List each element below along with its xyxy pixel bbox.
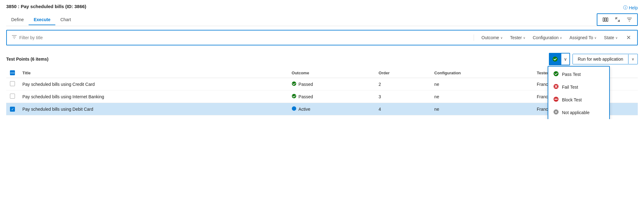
run-dropdown-button[interactable]: ∨ [628,54,637,64]
check-button-group: ∨ [549,53,570,65]
row-order: 3 [375,91,430,103]
svg-rect-1 [605,18,606,21]
row-title: Pay scheduled bills using Credit Card [19,78,288,91]
col-order: Order [375,68,430,78]
tabs: Define Execute Chart [6,15,76,25]
svg-point-10 [292,106,296,111]
filter-assigned-to[interactable]: Assigned To ∨ [567,34,599,41]
fail-icon [553,84,559,90]
col-title: Title [19,68,288,78]
filter-clear-button[interactable]: ✕ [625,33,632,42]
chevron-down-icon: ∨ [523,36,525,39]
row-configuration: ne [430,78,533,91]
row-configuration: ne [430,91,533,103]
page-title: 3850 : Pay scheduled bills (ID: 3866) [6,4,86,9]
table-row: Pay scheduled bills using Credit Card Pa… [6,78,638,91]
filter-outcome[interactable]: Outcome ∨ [479,34,505,41]
row-title: Pay scheduled bills using Internet Banki… [19,91,288,103]
tab-execute[interactable]: Execute [29,15,55,25]
toolbar-filter-button[interactable] [624,16,635,24]
pass-icon [292,94,297,100]
block-icon [553,96,559,103]
check-main-button[interactable] [550,53,561,65]
row-outcome: Passed [288,91,375,103]
toolbar-columns-button[interactable] [600,15,611,24]
row-order: 2 [375,78,430,91]
block-test-item[interactable]: Block Test [548,93,609,106]
section-title: Test Points (6 items) [6,57,48,62]
tab-chart[interactable]: Chart [55,15,76,25]
svg-rect-2 [607,18,608,21]
chevron-down-icon: ∨ [632,57,634,61]
table-row: Pay scheduled bills using Internet Banki… [6,91,638,103]
action-area: ∨ Run for web application ∨ [549,53,638,65]
active-icon [292,106,297,112]
toolbar-expand-button[interactable] [612,16,623,24]
chevron-down-icon: ∨ [615,36,618,39]
svg-rect-0 [603,18,604,21]
na-icon [553,109,559,116]
filter-configuration[interactable]: Configuration ∨ [530,34,564,41]
tab-define[interactable]: Define [6,15,29,25]
filter-bar: Outcome ∨ Tester ∨ Configuration ∨ Assig… [6,30,638,45]
pass-test-item[interactable]: Pass Test [548,68,609,81]
pass-icon [292,81,297,87]
table-row: ✓ Pay scheduled bills using Debit Card A… [6,103,638,115]
run-for-web-app-button[interactable]: Run for web application [573,54,628,64]
row-outcome: Active [288,103,375,115]
outcome-dropdown-menu: Pass Test Fail Test [548,66,610,119]
test-points-table: — Title Outcome Order Configuration Test… [6,68,638,115]
fail-test-item[interactable]: Fail Test [548,81,609,93]
pass-icon [553,71,559,77]
select-all-checkbox[interactable]: — [10,70,15,75]
col-outcome: Outcome [288,68,375,78]
chevron-down-icon: ∨ [560,36,562,39]
row-title: Pay scheduled bills using Debit Card [19,103,288,115]
chevron-down-icon: ∨ [564,57,567,62]
row-checkbox[interactable]: ✓ [10,107,15,112]
help-link[interactable]: ⓘ Help [623,5,638,11]
row-outcome: Passed [288,78,375,91]
filter-icon [12,35,17,41]
row-checkbox[interactable] [10,94,15,99]
toolbar [597,13,638,26]
row-checkbox[interactable] [10,81,15,86]
row-configuration: ne [430,103,533,115]
chevron-down-icon: ∨ [594,36,596,39]
not-applicable-item[interactable]: Not applicable [548,106,609,119]
check-chevron-button[interactable]: ∨ [561,53,569,65]
filter-input[interactable] [19,35,469,40]
run-button-group: Run for web application ∨ [573,54,638,64]
filter-tester[interactable]: Tester ∨ [508,34,528,41]
row-order: 4 [375,103,430,115]
filter-state[interactable]: State ∨ [601,34,620,41]
svg-point-3 [553,57,558,62]
help-icon: ⓘ [623,5,628,11]
chevron-down-icon: ∨ [500,36,503,39]
col-configuration: Configuration [430,68,533,78]
